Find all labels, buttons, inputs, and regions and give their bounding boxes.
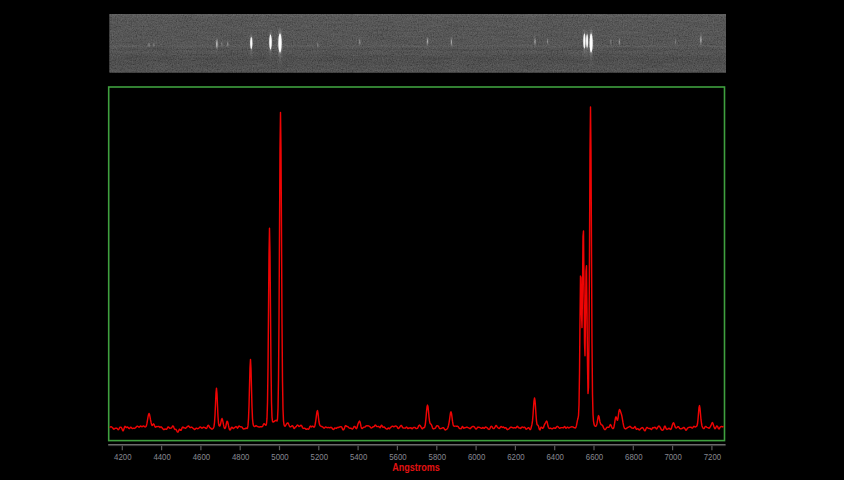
svg-text:5200: 5200	[311, 451, 329, 462]
svg-text:6200: 6200	[507, 451, 525, 462]
svg-text:4400: 4400	[153, 451, 171, 462]
svg-text:5600: 5600	[389, 451, 407, 462]
svg-text:Angstroms: Angstroms	[392, 461, 440, 473]
svg-text:5800: 5800	[429, 451, 447, 462]
svg-text:4800: 4800	[232, 451, 250, 462]
svg-text:5000: 5000	[271, 451, 289, 462]
svg-text:6400: 6400	[547, 451, 565, 462]
svg-text:6600: 6600	[586, 451, 604, 462]
svg-text:7200: 7200	[704, 451, 722, 462]
svg-text:6000: 6000	[468, 451, 486, 462]
svg-text:4600: 4600	[193, 451, 211, 462]
svg-text:5400: 5400	[350, 451, 368, 462]
svg-text:6800: 6800	[625, 451, 643, 462]
svg-text:4200: 4200	[114, 451, 132, 462]
svg-text:7000: 7000	[664, 451, 682, 462]
